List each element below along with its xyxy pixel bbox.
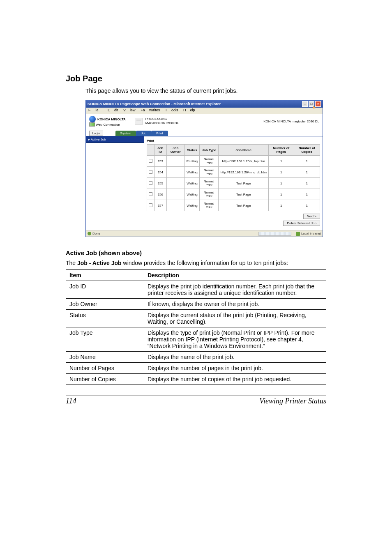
window-title: KONICA MINOLTA PageScope Web Connection …: [88, 102, 302, 106]
brand-logo: KONICA MINOLTA: [89, 116, 126, 122]
cell-status: Waiting: [184, 200, 199, 211]
cell-jobid: 154: [154, 167, 167, 178]
menu-favorites[interactable]: Favorites: [141, 108, 160, 112]
row-checkbox[interactable]: [149, 170, 152, 174]
tab-system[interactable]: System: [115, 131, 136, 136]
close-icon[interactable]: ×: [315, 101, 321, 107]
embedded-screenshot: KONICA MINOLTA PageScope Web Connection …: [85, 100, 323, 237]
col-owner: Job Owner: [166, 145, 184, 156]
status-zone-text: Local intranet: [301, 232, 321, 235]
info-header-row: Item Description: [66, 270, 326, 281]
col-copies: Number of Copies: [294, 145, 320, 156]
cell-jobid: 155: [154, 178, 167, 189]
cell-pages: 1: [268, 200, 294, 211]
cell-copies: 1: [294, 178, 320, 189]
printer-state: PROCESSING: [145, 117, 179, 121]
browser-menubar: File Edit View Favorites Tools Help ⚑: [86, 108, 323, 114]
content-area: Print Job ID Job Owner Status Job Type J…: [144, 136, 323, 230]
info-desc: Displays the current status of the print…: [144, 310, 326, 327]
cell-status: Waiting: [184, 178, 199, 189]
info-item: Status: [66, 310, 144, 327]
col-status: Status: [184, 145, 199, 156]
subpara-bold: Job - Active Job: [77, 260, 122, 266]
subpara-prefix: The: [66, 260, 77, 266]
brand-subline: Web Connection: [89, 122, 126, 127]
tab-job[interactable]: Job: [136, 131, 151, 136]
info-desc: Displays the type of print job (Normal P…: [144, 327, 326, 352]
cell-type: Normal Print: [199, 189, 218, 200]
info-row: Number of Copies Displays the number of …: [66, 374, 326, 385]
cell-name: http://192.168.1.20/m_c_dtl.htm: [219, 167, 269, 178]
info-table: Item Description Job ID Displays the pri…: [66, 269, 326, 385]
tab-print[interactable]: Print: [151, 131, 168, 136]
col-name: Job Name: [219, 145, 269, 156]
cell-owner: [166, 200, 184, 211]
sidebar-item-active-job[interactable]: ▸ Active Job: [86, 136, 144, 143]
cell-jobid: 156: [154, 189, 167, 200]
next-button[interactable]: Next >: [303, 214, 320, 219]
row-checkbox[interactable]: [149, 159, 152, 163]
menu-file[interactable]: File: [88, 108, 103, 112]
cell-name: Test Page: [219, 189, 269, 200]
cell-name: Test Page: [219, 200, 269, 211]
cell-jobid: 153: [154, 156, 167, 167]
login-button[interactable]: Login: [89, 131, 103, 136]
col-checkbox: [147, 145, 154, 156]
printer-icon: [135, 118, 143, 124]
cell-copies: 1: [294, 156, 320, 167]
row-checkbox[interactable]: [149, 192, 152, 196]
cell-pages: 1: [268, 167, 294, 178]
info-item: Job ID: [66, 281, 144, 299]
delete-selected-button[interactable]: Delete Selected Job: [283, 221, 320, 226]
minimize-icon[interactable]: –: [302, 101, 308, 107]
page-number: 114: [66, 397, 76, 405]
intro-text: This page allows you to view the status …: [85, 88, 326, 94]
cell-type: Normal Print: [199, 178, 218, 189]
info-desc: Displays the number of pages in the prin…: [144, 363, 326, 374]
cell-type: Normal Print: [199, 156, 218, 167]
footer-text: Viewing Printer Status: [259, 397, 326, 405]
table-row: 154 Waiting Normal Print http://192.168.…: [147, 167, 320, 178]
info-row: Job Owner If known, displays the owner o…: [66, 299, 326, 310]
menu-edit[interactable]: Edit: [108, 108, 118, 112]
info-row: Job ID Displays the print job identifica…: [66, 281, 326, 299]
page-header: KONICA MINOLTA Web Connection PROCESSING…: [86, 114, 323, 131]
header-device-name: KONICA MINOLTA magicolor 2530 DL: [263, 120, 319, 123]
cell-pages: 1: [268, 189, 294, 200]
info-head-desc: Description: [144, 270, 326, 281]
cell-status: Printing: [184, 156, 199, 167]
row-checkbox[interactable]: [149, 181, 152, 185]
col-pages: Number of Pages: [268, 145, 294, 156]
info-desc: If known, displays the owner of the prin…: [144, 299, 326, 310]
info-item: Job Owner: [66, 299, 144, 310]
printer-model: MAGICOLOR 2530 DL: [145, 121, 179, 125]
cell-status: Waiting: [184, 189, 199, 200]
brand-sub-text: Web Connection: [96, 123, 120, 127]
section-label: Print: [147, 139, 320, 143]
browser-statusbar: Done Local intranet: [86, 230, 323, 237]
info-row: Job Type Displays the type of print job …: [66, 327, 326, 352]
info-item: Job Type: [66, 327, 144, 352]
button-row: Next > Delete Selected Job: [147, 211, 320, 228]
sidebar: ▸ Active Job: [86, 136, 144, 230]
cell-status: Waiting: [184, 167, 199, 178]
job-table: Job ID Job Owner Status Job Type Job Nam…: [147, 144, 320, 211]
info-desc: Displays the print job identification nu…: [144, 281, 326, 299]
menu-view[interactable]: View: [123, 108, 136, 112]
table-row: 155 Waiting Normal Print Test Page 1 1: [147, 178, 320, 189]
status-progress: [258, 232, 291, 236]
cell-pages: 1: [268, 178, 294, 189]
cell-copies: 1: [294, 200, 320, 211]
info-row: Job Name Displays the name of the print …: [66, 352, 326, 363]
cell-owner: [166, 178, 184, 189]
cell-copies: 1: [294, 189, 320, 200]
brand-mark-icon: [89, 116, 96, 122]
table-header-row: Job ID Job Owner Status Job Type Job Nam…: [147, 145, 320, 156]
table-row: 153 Printing Normal Print http://192.168…: [147, 156, 320, 167]
cell-name: Test Page: [219, 178, 269, 189]
menu-help[interactable]: Help: [183, 108, 195, 112]
cell-owner: [166, 167, 184, 178]
menu-tools[interactable]: Tools: [165, 108, 178, 112]
brand-name: KONICA MINOLTA: [97, 117, 126, 121]
row-checkbox[interactable]: [149, 203, 152, 207]
